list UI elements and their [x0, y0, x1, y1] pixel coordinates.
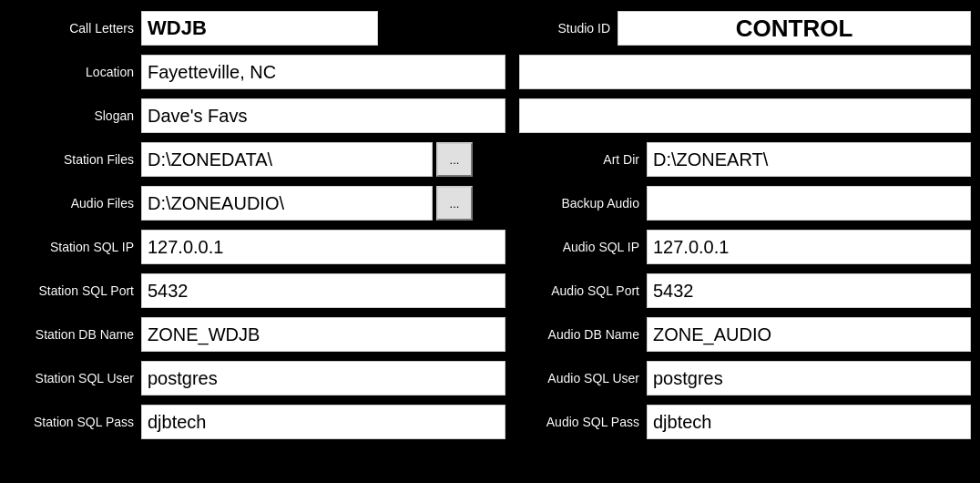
art-dir-input[interactable] [647, 142, 971, 177]
station-sql-user-input[interactable] [141, 361, 505, 396]
db-name-row: Station DB Name Audio DB Name [9, 313, 971, 355]
audio-sql-user-label: Audio SQL User [519, 371, 647, 385]
audio-sql-ip-input[interactable] [647, 230, 971, 264]
backup-audio-right: Backup Audio [519, 186, 971, 221]
station-sql-port-input[interactable] [141, 273, 505, 308]
station-sql-pass-input[interactable] [141, 405, 505, 439]
slogan-right [519, 98, 971, 133]
slogan-input[interactable] [141, 98, 505, 133]
header-row: Call Letters Studio ID [9, 7, 971, 49]
slogan-right-input[interactable] [519, 98, 971, 133]
station-files-left: Station Files ... [9, 142, 519, 177]
audio-db-name-right: Audio DB Name [519, 317, 971, 352]
station-sql-ip-label: Station SQL IP [9, 240, 141, 254]
station-files-label: Station Files [9, 152, 141, 167]
location-label: Location [9, 65, 141, 79]
location-input[interactable] [141, 55, 505, 89]
station-sql-user-left: Station SQL User [9, 361, 519, 396]
audio-sql-pass-right: Audio SQL Pass [519, 405, 971, 439]
audio-db-name-input[interactable] [647, 317, 971, 352]
call-letters-label: Call Letters [9, 21, 141, 36]
station-sql-ip-left: Station SQL IP [9, 230, 519, 264]
station-sql-ip-input[interactable] [141, 230, 505, 264]
station-sql-pass-label: Station SQL Pass [9, 415, 141, 429]
location-left: Location [9, 55, 519, 89]
backup-audio-label: Backup Audio [519, 196, 647, 211]
call-letters-input[interactable] [141, 11, 378, 46]
audio-files-input[interactable] [141, 186, 433, 221]
audio-sql-pass-input[interactable] [647, 405, 971, 439]
audio-sql-pass-label: Audio SQL Pass [519, 415, 647, 429]
station-files-row: Station Files ... Art Dir [9, 139, 971, 180]
station-files-input[interactable] [141, 142, 433, 177]
station-files-browse-button[interactable]: ... [436, 142, 473, 177]
station-sql-port-left: Station SQL Port [9, 273, 519, 308]
art-dir-right: Art Dir [519, 142, 971, 177]
audio-db-name-label: Audio DB Name [519, 327, 647, 342]
sql-port-row: Station SQL Port Audio SQL Port [9, 270, 971, 312]
slogan-left: Slogan [9, 98, 519, 133]
station-sql-pass-left: Station SQL Pass [9, 405, 519, 439]
backup-audio-input[interactable] [647, 186, 971, 221]
studio-id-section: Studio ID [490, 11, 971, 46]
audio-sql-port-label: Audio SQL Port [519, 283, 647, 298]
audio-sql-user-right: Audio SQL User [519, 361, 971, 396]
call-letters-section: Call Letters [9, 11, 490, 46]
sql-user-row: Station SQL User Audio SQL User [9, 357, 971, 399]
slogan-row: Slogan [9, 95, 971, 137]
station-db-name-left: Station DB Name [9, 317, 519, 352]
station-sql-user-label: Station SQL User [9, 371, 141, 385]
audio-files-label: Audio Files [9, 196, 141, 211]
studio-id-input[interactable] [618, 11, 971, 46]
location-row: Location [9, 51, 971, 93]
audio-files-browse-button[interactable]: ... [436, 186, 473, 221]
station-sql-port-label: Station SQL Port [9, 283, 141, 298]
sql-pass-row: Station SQL Pass Audio SQL Pass [9, 401, 971, 443]
location-right-input[interactable] [519, 55, 971, 89]
audio-sql-ip-right: Audio SQL IP [519, 230, 971, 264]
audio-sql-port-input[interactable] [647, 273, 971, 308]
sql-ip-row: Station SQL IP Audio SQL IP [9, 226, 971, 268]
audio-sql-ip-label: Audio SQL IP [519, 240, 647, 254]
station-db-name-label: Station DB Name [9, 327, 141, 342]
audio-sql-port-right: Audio SQL Port [519, 273, 971, 308]
audio-files-row: Audio Files ... Backup Audio [9, 182, 971, 224]
location-right [519, 55, 971, 89]
studio-id-label: Studio ID [490, 21, 618, 36]
art-dir-label: Art Dir [519, 152, 647, 167]
audio-files-left: Audio Files ... [9, 186, 519, 221]
audio-sql-user-input[interactable] [647, 361, 971, 396]
slogan-label: Slogan [9, 108, 141, 123]
station-db-name-input[interactable] [141, 317, 505, 352]
